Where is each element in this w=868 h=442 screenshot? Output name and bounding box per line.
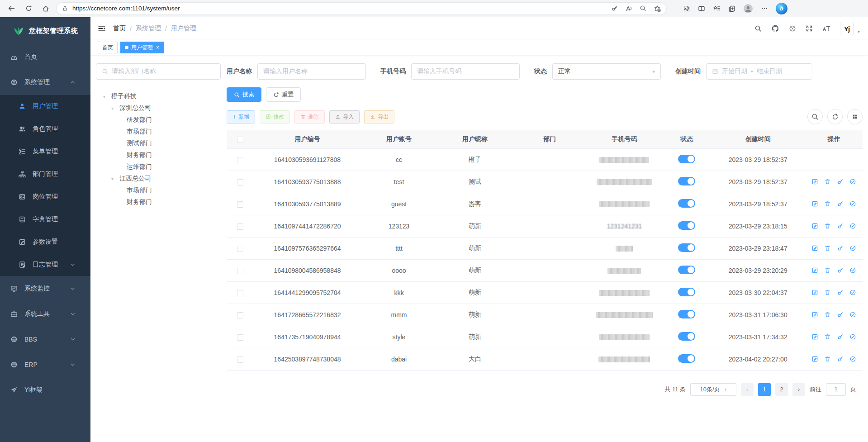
github-icon[interactable] [771, 24, 779, 33]
read-aloud-icon[interactable] [625, 5, 632, 12]
reset-password-icon[interactable] [837, 289, 844, 296]
assign-role-icon[interactable] [849, 311, 856, 318]
assign-role-icon[interactable] [849, 223, 856, 229]
sidebar-item-首页[interactable]: 首页 [0, 44, 90, 70]
question-icon[interactable] [789, 25, 796, 32]
assign-role-icon[interactable] [849, 178, 856, 185]
delete-button[interactable]: 删除 [294, 110, 325, 124]
goto-page-input[interactable]: 1 [826, 383, 846, 396]
add-button[interactable]: +新增 [227, 110, 255, 124]
assign-role-icon[interactable] [849, 200, 856, 207]
assign-role-icon[interactable] [849, 289, 856, 296]
table-grid-button[interactable] [847, 109, 863, 124]
row-checkbox[interactable] [237, 290, 243, 296]
font-size-icon[interactable] [822, 25, 830, 32]
tree-expand-caret-icon[interactable]: ▾ [111, 176, 119, 181]
row-checkbox[interactable] [237, 223, 243, 230]
assign-role-icon[interactable] [849, 267, 856, 274]
page-button-2[interactable]: 2 [775, 383, 788, 396]
tree-expand-caret-icon[interactable]: ▾ [111, 106, 119, 111]
back-button[interactable] [5, 2, 18, 15]
delete-row-icon[interactable] [824, 200, 831, 207]
row-checkbox[interactable] [237, 157, 243, 163]
favorite-add-icon[interactable] [654, 5, 661, 12]
tree-node-财务部门[interactable]: 财务部门 [96, 196, 221, 208]
sidebar-item-系统监控[interactable]: 系统监控 [0, 276, 90, 301]
reset-button[interactable]: 重置 [266, 87, 301, 102]
row-checkbox[interactable] [237, 201, 243, 208]
delete-row-icon[interactable] [824, 333, 831, 340]
sidebar-item-用户管理[interactable]: 用户管理 [0, 95, 90, 118]
edit-row-icon[interactable] [811, 311, 818, 318]
username-input[interactable]: 请输入用户名称 [257, 63, 366, 80]
row-checkbox[interactable] [237, 179, 243, 185]
delete-row-icon[interactable] [824, 267, 831, 274]
tree-node-江西总公司[interactable]: ▾江西总公司 [96, 173, 221, 185]
select-all-checkbox[interactable] [237, 137, 243, 143]
status-toggle[interactable] [678, 288, 695, 296]
status-toggle[interactable] [678, 354, 695, 363]
date-range-picker[interactable]: 开始日期 - 结束日期 [706, 63, 812, 80]
table-refresh-button[interactable] [827, 109, 843, 124]
tree-node-市场部门[interactable]: 市场部门 [96, 185, 221, 196]
sidebar-item-部门管理[interactable]: 部门管理 [0, 163, 90, 185]
tree-node-运维部门[interactable]: 运维部门 [96, 161, 221, 173]
row-checkbox[interactable] [237, 246, 243, 252]
row-checkbox[interactable] [237, 334, 243, 341]
refresh-button[interactable] [22, 2, 35, 15]
url-text[interactable]: https://ccnetcore.com:1101/system/user [72, 5, 611, 12]
assign-role-icon[interactable] [849, 245, 856, 252]
breadcrumb-item[interactable]: 首页 [113, 24, 126, 33]
reset-password-icon[interactable] [837, 311, 844, 318]
key-icon[interactable] [611, 5, 618, 12]
reset-password-icon[interactable] [837, 267, 844, 274]
edit-row-icon[interactable] [811, 223, 818, 229]
phone-input[interactable]: 请输入手机号码 [411, 63, 520, 80]
copilot-icon[interactable]: b [776, 3, 787, 14]
delete-row-icon[interactable] [824, 311, 831, 318]
zoom-out-icon[interactable] [640, 5, 646, 12]
status-toggle[interactable] [678, 243, 695, 252]
assign-role-icon[interactable] [849, 333, 856, 340]
sidebar-item-角色管理[interactable]: 角色管理 [0, 118, 90, 140]
reset-password-icon[interactable] [837, 245, 844, 252]
tree-node-橙子科技[interactable]: ▾橙子科技 [96, 90, 221, 102]
table-search-button[interactable] [807, 109, 823, 124]
status-toggle[interactable] [678, 310, 695, 318]
split-screen-icon[interactable] [698, 5, 705, 12]
tree-node-测试部门[interactable]: 测试部门 [96, 138, 221, 149]
favorites-bar-icon[interactable] [713, 5, 721, 12]
tree-node-深圳总公司[interactable]: ▾深圳总公司 [96, 102, 221, 114]
sidebar-item-系统工具[interactable]: 系统工具 [0, 301, 90, 327]
reset-password-icon[interactable] [837, 223, 844, 229]
row-checkbox[interactable] [237, 268, 243, 274]
edit-row-icon[interactable] [811, 267, 818, 274]
tag-view-用户管理[interactable]: 用户管理× [120, 42, 164, 53]
user-avatar[interactable]: Yj [840, 22, 854, 35]
tree-node-市场部门[interactable]: 市场部门 [96, 126, 221, 138]
tree-expand-caret-icon[interactable]: ▾ [103, 94, 111, 99]
home-button[interactable] [39, 2, 52, 15]
status-toggle[interactable] [678, 199, 695, 208]
edit-row-icon[interactable] [811, 178, 818, 185]
status-toggle[interactable] [678, 332, 695, 341]
status-toggle[interactable] [678, 266, 695, 274]
delete-row-icon[interactable] [824, 289, 831, 296]
tree-node-研发部门[interactable]: 研发部门 [96, 114, 221, 126]
reset-password-icon[interactable] [837, 200, 844, 207]
assign-role-icon[interactable] [849, 356, 856, 362]
close-tag-icon[interactable]: × [156, 44, 159, 51]
sidebar-item-参数设置[interactable]: 参数设置 [0, 231, 90, 253]
edit-row-icon[interactable] [811, 245, 818, 252]
sidebar-item-菜单管理[interactable]: 菜单管理 [0, 140, 90, 163]
sidebar-item-Yi框架[interactable]: Yi框架 [0, 377, 90, 403]
row-checkbox[interactable] [237, 356, 243, 363]
row-checkbox[interactable] [237, 312, 243, 318]
sidebar-item-ERP[interactable]: ERP [0, 352, 90, 377]
export-button[interactable]: 导出 [364, 110, 394, 124]
edit-row-icon[interactable] [811, 289, 818, 296]
sidebar-item-系统管理[interactable]: 系统管理 [0, 70, 90, 95]
delete-row-icon[interactable] [824, 245, 831, 252]
status-toggle[interactable] [678, 221, 695, 230]
import-button[interactable]: 导入 [329, 110, 360, 124]
